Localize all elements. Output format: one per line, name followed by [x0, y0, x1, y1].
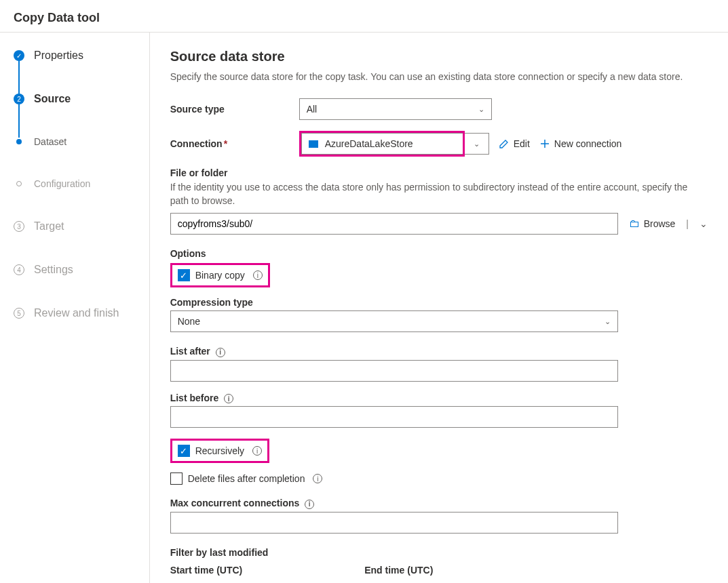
check-icon: ✓	[14, 50, 24, 61]
step-label: Review and finish	[34, 307, 119, 319]
options-label: Options	[170, 248, 708, 259]
compression-select[interactable]: None ⌄	[170, 310, 618, 332]
step-label: Dataset	[34, 136, 66, 147]
start-time-label: Start time (UTC)	[170, 565, 243, 576]
max-conn-input[interactable]	[170, 512, 618, 534]
step-number-icon: 3	[14, 221, 24, 232]
recursively-checkbox[interactable]: ✓ Recursively i	[178, 445, 262, 457]
connection-label: Connection*	[170, 138, 299, 149]
step-label: Target	[34, 220, 64, 233]
step-label: Properties	[34, 49, 83, 62]
source-type-row: Source type All ⌄	[170, 98, 708, 120]
file-folder-label: File or folder	[170, 167, 708, 178]
step-properties[interactable]: ✓ Properties	[14, 49, 149, 62]
connection-row: Connection* AzureDataLakeStore ⌄ Edit	[170, 131, 708, 157]
list-before-label: List before i	[170, 393, 708, 404]
step-label: Source	[34, 93, 71, 105]
checkbox-checked-icon: ✓	[178, 269, 190, 281]
info-icon[interactable]: i	[253, 270, 263, 280]
compression-label: Compression type	[170, 297, 708, 308]
file-folder-help: If the identity you use to access the da…	[170, 181, 708, 207]
wizard-steps-sidebar: ✓ Properties 2 Source Dataset Configurat…	[0, 33, 150, 583]
info-icon[interactable]: i	[224, 394, 233, 403]
max-conn-label: Max concurrent connections i	[170, 498, 708, 509]
new-connection-button[interactable]: New connection	[539, 138, 622, 149]
checkbox-checked-icon: ✓	[178, 445, 190, 457]
connection-select-chevron[interactable]: ⌄	[465, 133, 489, 155]
list-after-input[interactable]	[170, 360, 618, 382]
select-value: AzureDataLakeStore	[325, 138, 413, 149]
filter-label: Filter by last modified	[170, 547, 708, 558]
step-label: Settings	[34, 264, 73, 276]
info-icon[interactable]: i	[305, 500, 314, 509]
step-label: Configuration	[34, 178, 90, 189]
step-number-icon: 4	[14, 264, 24, 275]
folder-icon: 🗀	[629, 218, 640, 230]
edit-connection-button[interactable]: Edit	[499, 138, 530, 149]
select-value: None	[178, 316, 200, 327]
binary-copy-checkbox[interactable]: ✓ Binary copy i	[178, 269, 263, 281]
substep-configuration[interactable]: Configuration	[14, 178, 149, 189]
dot-icon	[16, 139, 22, 144]
section-subtitle: Specify the source data store for the co…	[170, 71, 708, 82]
substep-dataset[interactable]: Dataset	[14, 136, 149, 147]
chevron-down-icon: ⌄	[478, 105, 484, 114]
pencil-icon	[499, 138, 510, 149]
step-review[interactable]: 5 Review and finish	[14, 307, 149, 319]
connection-select[interactable]: AzureDataLakeStore	[301, 133, 463, 155]
dot-icon	[16, 181, 22, 186]
browse-button[interactable]: 🗀 Browse	[629, 218, 676, 230]
page-header: Copy Data tool	[0, 0, 728, 33]
delete-after-checkbox[interactable]: Delete files after completion i	[170, 473, 323, 485]
chevron-down-icon: ⌄	[474, 140, 480, 148]
step-source[interactable]: 2 Source	[14, 93, 149, 105]
select-value: All	[307, 104, 318, 115]
step-number-icon: 5	[14, 308, 24, 319]
list-after-label: List after i	[170, 346, 708, 357]
chevron-down-icon[interactable]: ⌄	[700, 218, 708, 229]
step-target[interactable]: 3 Target	[14, 220, 149, 233]
page-title: Copy Data tool	[14, 11, 714, 25]
step-number-icon: 2	[14, 94, 24, 104]
section-title: Source data store	[170, 49, 708, 64]
main-content: Source data store Specify the source dat…	[150, 33, 728, 583]
end-time-label: End time (UTC)	[364, 565, 433, 576]
file-folder-input[interactable]	[170, 213, 618, 235]
checkbox-unchecked-icon	[170, 473, 183, 485]
info-icon[interactable]: i	[252, 446, 262, 456]
list-before-input[interactable]	[170, 406, 618, 428]
chevron-down-icon: ⌄	[605, 317, 611, 326]
info-icon[interactable]: i	[313, 474, 322, 483]
source-type-select[interactable]: All ⌄	[299, 98, 492, 120]
datastore-icon	[309, 140, 318, 148]
info-icon[interactable]: i	[216, 348, 225, 357]
plus-icon	[539, 138, 550, 149]
step-settings[interactable]: 4 Settings	[14, 264, 149, 276]
source-type-label: Source type	[170, 104, 299, 115]
